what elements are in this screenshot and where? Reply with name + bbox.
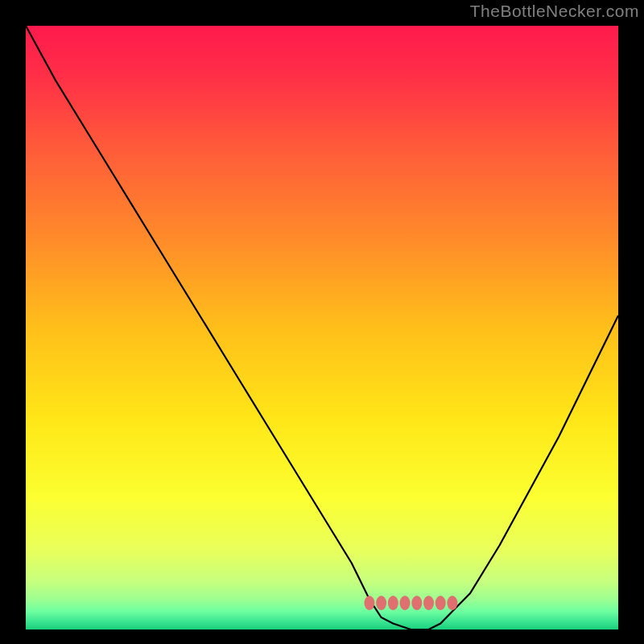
marker-dot (447, 596, 457, 610)
marker-dot (400, 596, 411, 610)
bottleneck-chart (26, 26, 618, 630)
watermark-text: TheBottleNecker.com (470, 2, 639, 21)
marker-dot (423, 596, 434, 610)
chart-background (26, 26, 618, 630)
marker-dot (436, 596, 446, 610)
marker-dot (364, 596, 374, 610)
marker-dot (376, 596, 386, 610)
marker-dot (411, 596, 422, 610)
marker-dot (388, 596, 398, 610)
